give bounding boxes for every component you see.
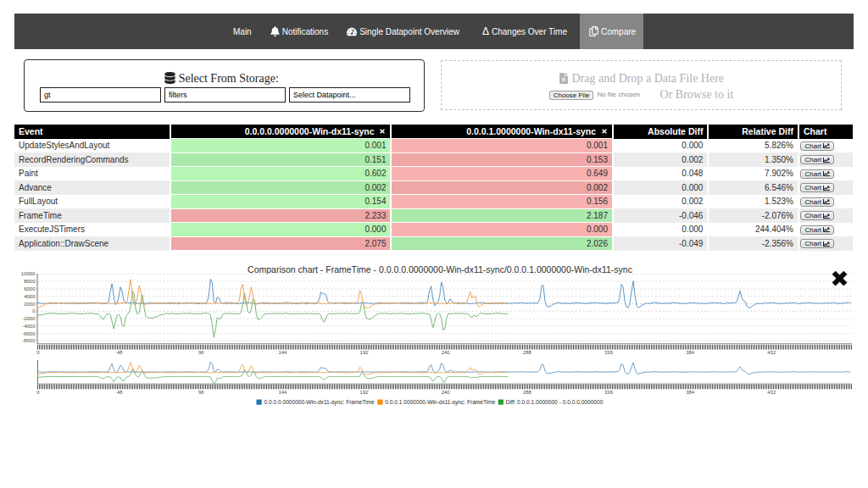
svg-text:96: 96 bbox=[198, 350, 204, 355]
svg-text:336: 336 bbox=[604, 390, 614, 395]
svg-text:-2000: -2000 bbox=[22, 316, 36, 321]
svg-text:-4000: -4000 bbox=[22, 324, 36, 329]
svg-text:384: 384 bbox=[686, 350, 695, 355]
svg-text:10000: 10000 bbox=[21, 271, 36, 276]
svg-text:48: 48 bbox=[117, 390, 123, 395]
svg-text:-6000: -6000 bbox=[22, 331, 36, 336]
svg-text:Comparison chart - FrameTime -: Comparison chart - FrameTime - 0.0.0.0.0… bbox=[248, 264, 632, 274]
svg-text:0: 0 bbox=[36, 350, 40, 355]
svg-text:240: 240 bbox=[442, 390, 451, 395]
svg-text:240: 240 bbox=[442, 350, 451, 355]
svg-text:4000: 4000 bbox=[24, 294, 36, 299]
svg-text:-8000: -8000 bbox=[22, 338, 36, 343]
svg-text:192: 192 bbox=[360, 390, 370, 395]
svg-text:Diff: 0.0.0.1.0000000 - 0.0.0.: Diff: 0.0.0.1.0000000 - 0.0.0.0.0000000 bbox=[506, 399, 604, 405]
svg-text:48: 48 bbox=[117, 350, 123, 355]
svg-text:8000: 8000 bbox=[24, 279, 36, 284]
svg-text:96: 96 bbox=[198, 390, 204, 395]
svg-text:6000: 6000 bbox=[24, 286, 36, 291]
svg-text:144: 144 bbox=[278, 390, 287, 395]
svg-text:2000: 2000 bbox=[24, 302, 36, 307]
svg-text:432: 432 bbox=[767, 350, 776, 355]
svg-text:336: 336 bbox=[604, 350, 614, 355]
svg-text:384: 384 bbox=[686, 390, 695, 395]
svg-text:288: 288 bbox=[523, 390, 532, 395]
svg-text:192: 192 bbox=[360, 350, 370, 355]
svg-text:288: 288 bbox=[523, 350, 532, 355]
svg-text:0.0.0.0.0000000-Win-dx11-sync:: 0.0.0.0.0000000-Win-dx11-sync: FrameTime bbox=[264, 399, 375, 406]
svg-text:432: 432 bbox=[767, 390, 776, 395]
svg-text:0.0.0.1.0000000-Win-dx11-sync:: 0.0.0.1.0000000-Win-dx11-sync: FrameTime bbox=[385, 399, 495, 406]
svg-text:144: 144 bbox=[278, 350, 287, 355]
svg-text:0: 0 bbox=[32, 308, 36, 313]
svg-text:0: 0 bbox=[36, 390, 40, 395]
